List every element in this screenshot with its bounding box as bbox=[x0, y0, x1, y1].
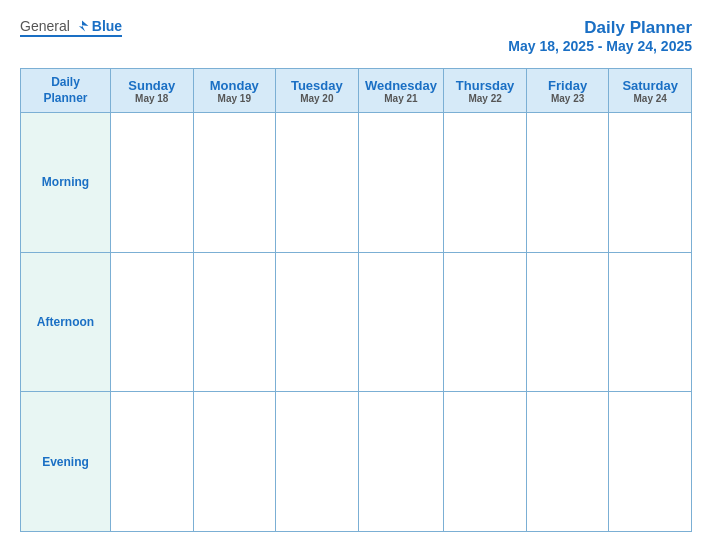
afternoon-tuesday-cell[interactable] bbox=[276, 252, 359, 392]
planner-date-range: May 18, 2025 - May 24, 2025 bbox=[508, 38, 692, 54]
col-date-tuesday: May 20 bbox=[280, 93, 354, 104]
afternoon-row: Afternoon bbox=[21, 252, 692, 392]
evening-thursday-cell[interactable] bbox=[444, 392, 527, 532]
page-container: General Blue Daily Planner May 18, 2025 … bbox=[0, 0, 712, 550]
col-day-thursday: Thursday bbox=[448, 78, 522, 93]
morning-label: Morning bbox=[21, 113, 111, 253]
col-header-saturday: Saturday May 24 bbox=[609, 69, 692, 113]
morning-tuesday-cell[interactable] bbox=[276, 113, 359, 253]
logo-blue-text: Blue bbox=[92, 18, 122, 34]
morning-monday-cell[interactable] bbox=[193, 113, 276, 253]
col-header-tuesday: Tuesday May 20 bbox=[276, 69, 359, 113]
morning-sunday-cell[interactable] bbox=[111, 113, 194, 253]
evening-wednesday-cell[interactable] bbox=[358, 392, 444, 532]
planner-table: Daily Planner Sunday May 18 Monday May 1… bbox=[20, 68, 692, 532]
col-day-sunday: Sunday bbox=[115, 78, 189, 93]
afternoon-sunday-cell[interactable] bbox=[111, 252, 194, 392]
col-header-monday: Monday May 19 bbox=[193, 69, 276, 113]
evening-tuesday-cell[interactable] bbox=[276, 392, 359, 532]
logo-area: General Blue bbox=[20, 18, 122, 37]
morning-saturday-cell[interactable] bbox=[609, 113, 692, 253]
afternoon-monday-cell[interactable] bbox=[193, 252, 276, 392]
afternoon-friday-cell[interactable] bbox=[526, 252, 609, 392]
col-day-friday: Friday bbox=[531, 78, 605, 93]
col-day-saturday: Saturday bbox=[613, 78, 687, 93]
morning-row: Morning bbox=[21, 113, 692, 253]
afternoon-thursday-cell[interactable] bbox=[444, 252, 527, 392]
afternoon-wednesday-cell[interactable] bbox=[358, 252, 444, 392]
logo-general-text: General bbox=[20, 18, 70, 34]
col-header-thursday: Thursday May 22 bbox=[444, 69, 527, 113]
afternoon-label: Afternoon bbox=[21, 252, 111, 392]
logo-text: General Blue bbox=[20, 18, 122, 34]
col-day-tuesday: Tuesday bbox=[280, 78, 354, 93]
col-date-friday: May 23 bbox=[531, 93, 605, 104]
col-date-wednesday: May 21 bbox=[363, 93, 440, 104]
svg-marker-0 bbox=[79, 20, 89, 31]
morning-friday-cell[interactable] bbox=[526, 113, 609, 253]
afternoon-saturday-cell[interactable] bbox=[609, 252, 692, 392]
evening-sunday-cell[interactable] bbox=[111, 392, 194, 532]
evening-label: Evening bbox=[21, 392, 111, 532]
evening-monday-cell[interactable] bbox=[193, 392, 276, 532]
evening-friday-cell[interactable] bbox=[526, 392, 609, 532]
evening-saturday-cell[interactable] bbox=[609, 392, 692, 532]
col-date-saturday: May 24 bbox=[613, 93, 687, 104]
col-date-sunday: May 18 bbox=[115, 93, 189, 104]
planner-title: Daily Planner bbox=[508, 18, 692, 38]
morning-thursday-cell[interactable] bbox=[444, 113, 527, 253]
evening-row: Evening bbox=[21, 392, 692, 532]
col-day-monday: Monday bbox=[198, 78, 272, 93]
corner-label: Daily Planner bbox=[25, 75, 106, 106]
col-day-wednesday: Wednesday bbox=[363, 78, 440, 93]
logo-bird-icon bbox=[74, 18, 90, 34]
morning-wednesday-cell[interactable] bbox=[358, 113, 444, 253]
col-date-monday: May 19 bbox=[198, 93, 272, 104]
col-header-sunday: Sunday May 18 bbox=[111, 69, 194, 113]
table-corner-header: Daily Planner bbox=[21, 69, 111, 113]
header: General Blue Daily Planner May 18, 2025 … bbox=[20, 18, 692, 54]
col-header-friday: Friday May 23 bbox=[526, 69, 609, 113]
title-area: Daily Planner May 18, 2025 - May 24, 202… bbox=[508, 18, 692, 54]
table-header-row: Daily Planner Sunday May 18 Monday May 1… bbox=[21, 69, 692, 113]
logo-underline bbox=[20, 35, 122, 37]
col-header-wednesday: Wednesday May 21 bbox=[358, 69, 444, 113]
col-date-thursday: May 22 bbox=[448, 93, 522, 104]
